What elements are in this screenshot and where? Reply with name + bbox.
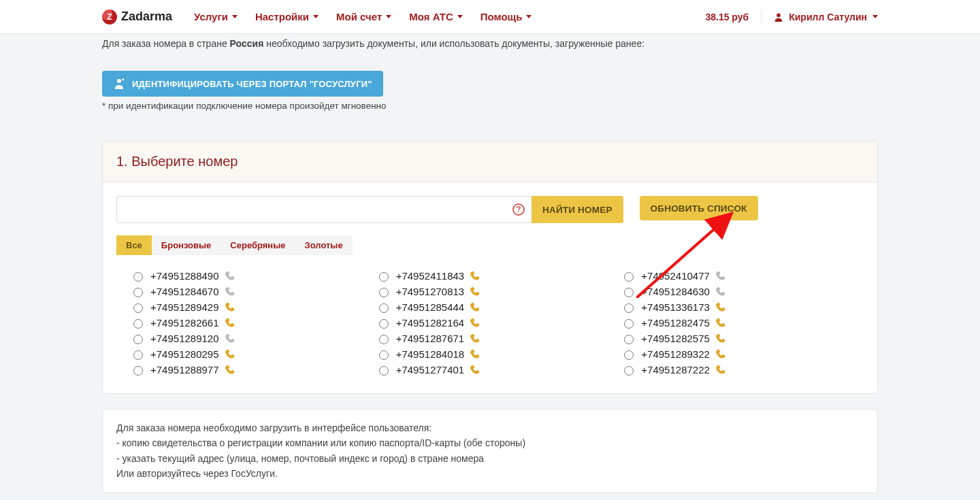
nav-item-Услуги[interactable]: Услуги [194, 11, 238, 22]
number-text: +74952411843 [396, 270, 465, 282]
nav-item-label: Настройки [255, 11, 309, 22]
number-grid: +74951288490+74952411843+74952410477+749… [116, 270, 864, 380]
number-radio[interactable] [379, 319, 389, 329]
number-option[interactable]: +74951280295 [130, 348, 359, 360]
number-radio[interactable] [379, 335, 389, 344]
nav-item-Помощь[interactable]: Помощь [480, 11, 532, 22]
number-option[interactable]: +74951289429 [130, 301, 359, 313]
balance[interactable]: 38.15 руб [705, 12, 749, 22]
number-option[interactable]: +74951289322 [621, 348, 850, 360]
number-option[interactable]: +74951284630 [621, 286, 850, 297]
search-button[interactable]: НАЙТИ НОМЕР [532, 196, 623, 223]
nav-divider [761, 10, 762, 24]
number-text: +74951287671 [396, 333, 465, 344]
number-text: +74951284670 [150, 286, 219, 297]
phone-icon [225, 271, 235, 282]
number-text: +74951288977 [150, 364, 219, 376]
chevron-down-icon [386, 15, 391, 18]
number-text: +74952410477 [641, 270, 710, 282]
number-option[interactable]: +74951336173 [621, 301, 850, 313]
search-row: НАЙТИ НОМЕР ? ОБНОВИТЬ СПИСОК [116, 196, 864, 223]
number-radio[interactable] [379, 350, 389, 360]
number-radio[interactable] [624, 303, 634, 313]
chevron-down-icon [872, 15, 878, 18]
number-option[interactable]: +74951282575 [621, 333, 850, 344]
number-radio[interactable] [133, 272, 143, 282]
number-text: +74951282475 [641, 317, 710, 329]
phone-icon [225, 349, 235, 360]
number-option[interactable]: +74951287671 [376, 333, 605, 344]
filter-Серебряные[interactable]: Серебряные [220, 235, 295, 255]
number-option[interactable]: +74951282475 [621, 317, 850, 329]
refresh-list-button[interactable]: ОБНОВИТЬ СПИСОК [640, 196, 758, 220]
phone-icon [470, 333, 480, 344]
number-radio[interactable] [133, 335, 143, 344]
number-radio[interactable] [133, 303, 143, 313]
number-option[interactable]: +74952411843 [376, 270, 605, 282]
requirements-panel: Для заказа номера необходимо загрузить в… [102, 409, 878, 493]
gosuslugi-button[interactable]: ИДЕНТИФИЦИРОВАТЬ ЧЕРЕЗ ПОРТАЛ "ГОСУСЛУГИ… [102, 71, 383, 97]
number-option[interactable]: +74951289120 [130, 333, 359, 344]
number-text: +74951336173 [641, 301, 710, 313]
filter-Бронзовые[interactable]: Бронзовые [152, 235, 220, 255]
number-radio[interactable] [379, 288, 389, 297]
help-icon[interactable]: ? [512, 203, 525, 216]
number-text: +74951277401 [396, 364, 465, 376]
nav-item-Настройки[interactable]: Настройки [255, 11, 318, 22]
user-menu[interactable]: Кирилл Сатулин [774, 12, 878, 22]
number-radio[interactable] [133, 288, 143, 297]
chevron-down-icon [526, 15, 532, 18]
nav-item-label: Помощь [480, 11, 523, 22]
logo[interactable]: Zadarma [102, 10, 172, 24]
number-radio[interactable] [624, 366, 634, 376]
number-text: +74951280295 [150, 348, 219, 360]
intro-text: Для заказа номера в стране Россия необхо… [102, 38, 878, 49]
filter-Золотые[interactable]: Золотые [295, 235, 353, 255]
number-option[interactable]: +74951282164 [376, 317, 605, 329]
number-radio[interactable] [624, 335, 634, 344]
phone-icon [225, 286, 235, 297]
number-option[interactable]: +74951284670 [130, 286, 359, 297]
phone-icon [715, 302, 726, 313]
number-option[interactable]: +74951288490 [130, 270, 359, 282]
chevron-down-icon [457, 15, 463, 18]
number-option[interactable]: +74951270813 [376, 286, 605, 297]
number-radio[interactable] [624, 288, 634, 297]
nav-item-label: Моя АТС [409, 11, 453, 22]
number-text: +74951270813 [396, 286, 465, 297]
logo-text: Zadarma [121, 10, 172, 24]
number-option[interactable]: +74951285444 [376, 301, 605, 313]
number-option[interactable]: +74952410477 [621, 270, 850, 282]
number-radio[interactable] [379, 366, 389, 376]
number-radio[interactable] [624, 272, 634, 282]
nav-item-label: Услуги [194, 11, 228, 22]
number-text: +74951289429 [150, 301, 219, 313]
user-icon [774, 12, 783, 22]
number-option[interactable]: +74951287222 [621, 364, 850, 376]
number-radio[interactable] [133, 319, 143, 329]
number-search-input[interactable] [116, 196, 532, 223]
number-radio[interactable] [624, 319, 634, 329]
user-name: Кирилл Сатулин [789, 12, 867, 22]
nav-item-Моя АТС[interactable]: Моя АТС [409, 11, 462, 22]
number-option[interactable]: +74951277401 [376, 364, 605, 376]
number-option[interactable]: +74951282661 [130, 317, 359, 329]
number-option[interactable]: +74951284018 [376, 348, 605, 360]
number-radio[interactable] [133, 366, 143, 376]
req-line-2: - копию свидетельства о регистрации комп… [116, 435, 864, 450]
req-line-4: Или авторизуйтесь через ГосУслуги. [116, 466, 864, 481]
number-option[interactable]: +74951288977 [130, 364, 359, 376]
select-number-panel: 1. Выберите номер НАЙТИ НОМЕР ? ОБНОВИТЬ… [102, 141, 878, 394]
phone-icon [225, 333, 235, 344]
filter-Все[interactable]: Все [116, 235, 152, 255]
number-radio[interactable] [624, 350, 634, 360]
number-radio[interactable] [133, 350, 143, 360]
top-navbar: Zadarma УслугиНастройкиМой счетМоя АТСПо… [0, 0, 980, 34]
number-radio[interactable] [379, 303, 389, 313]
nav-item-label: Мой счет [336, 11, 382, 22]
number-text: +74951285444 [396, 301, 465, 313]
number-radio[interactable] [379, 272, 389, 282]
phone-icon [715, 318, 726, 329]
number-text: +74951288490 [150, 270, 219, 282]
nav-item-Мой счет[interactable]: Мой счет [336, 11, 391, 22]
